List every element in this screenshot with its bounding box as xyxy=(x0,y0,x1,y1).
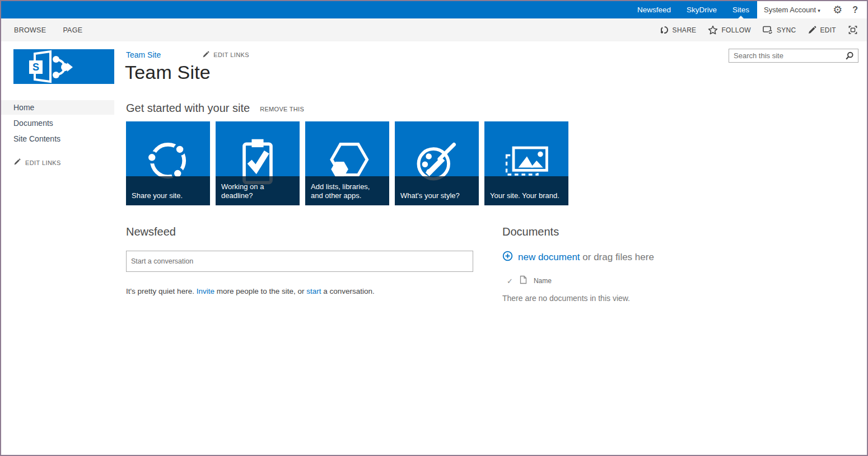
sidebar-item-site-contents[interactable]: Site Contents xyxy=(1,131,114,146)
breadcrumb-team-site-link[interactable]: Team Site xyxy=(126,50,161,59)
new-document-link[interactable]: new document xyxy=(518,252,580,262)
follow-label: FOLLOW xyxy=(721,26,750,34)
pencil-icon xyxy=(13,158,21,167)
help-icon[interactable]: ? xyxy=(849,5,861,15)
tile-caption: Add lists, libraries, and other apps. xyxy=(305,176,389,205)
sync-button[interactable]: SYNC xyxy=(763,26,796,35)
top-edit-links[interactable]: EDIT LINKS xyxy=(202,51,249,59)
ribbon-tabs: BROWSE PAGE xyxy=(1,26,82,34)
suite-bar: Newsfeed SkyDrive Sites System Account▾ … xyxy=(1,1,867,18)
documents-empty-message: There are no documents in this view. xyxy=(502,294,771,303)
share-button[interactable]: SHARE xyxy=(660,25,697,35)
tab-page[interactable]: PAGE xyxy=(63,26,82,34)
suite-link-skydrive[interactable]: SkyDrive xyxy=(679,1,725,18)
tile-apps-label: Add lists, libraries, and other apps. xyxy=(311,182,384,200)
search-icon[interactable] xyxy=(844,51,858,60)
browser-window: Newsfeed SkyDrive Sites System Account▾ … xyxy=(0,0,868,456)
sync-icon xyxy=(763,26,773,35)
getting-started-title: Get started with your site xyxy=(126,102,250,115)
share-label: SHARE xyxy=(673,26,697,34)
invite-link[interactable]: Invite xyxy=(197,287,214,295)
sidebar-item-home-label: Home xyxy=(13,103,34,112)
ribbon-actions: SHARE FOLLOW SYNC EDIT xyxy=(660,25,867,35)
suite-link-newsfeed-label: Newsfeed xyxy=(637,6,671,14)
sidebar-item-site-contents-label: Site Contents xyxy=(13,134,60,143)
remove-this-link[interactable]: REMOVE THIS xyxy=(260,106,304,112)
pencil-icon xyxy=(202,51,209,59)
tile-share-your-site[interactable]: Share your site. xyxy=(126,121,210,205)
quiet-text-1: It's pretty quiet here. xyxy=(126,287,197,295)
sync-label: SYNC xyxy=(777,26,796,34)
breadcrumb: Team Site EDIT LINKS xyxy=(126,50,249,59)
start-conversation-input[interactable] xyxy=(127,251,473,271)
suite-bar-spacer xyxy=(1,1,629,18)
edit-button[interactable]: EDIT xyxy=(808,26,836,35)
account-label: System Account xyxy=(764,6,816,14)
gear-icon[interactable]: ⚙ xyxy=(830,4,847,15)
follow-button[interactable]: FOLLOW xyxy=(708,25,750,35)
sidebar-item-documents[interactable]: Documents xyxy=(1,116,114,130)
quiet-text-3: a conversation. xyxy=(321,287,375,295)
circle-plus-icon[interactable] xyxy=(502,251,513,264)
select-all-checkmark-icon[interactable]: ✓ xyxy=(507,277,513,285)
tile-style-label: What's your style? xyxy=(400,191,460,200)
chevron-down-icon: ▾ xyxy=(818,8,820,13)
svg-text:S: S xyxy=(32,62,39,73)
getting-started-tiles: Share your site. Working on a deadline? … xyxy=(126,121,568,205)
sidebar-nav: Home Documents Site Contents EDIT LINKS xyxy=(1,100,114,167)
conversation-box xyxy=(126,251,473,272)
tile-add-apps[interactable]: Add lists, libraries, and other apps. xyxy=(305,121,389,205)
sidebar-edit-links-label: EDIT LINKS xyxy=(25,159,61,166)
edit-label: EDIT xyxy=(820,26,836,34)
sharepoint-logo[interactable]: S xyxy=(13,49,114,84)
document-type-icon[interactable] xyxy=(520,275,527,286)
quiet-text-2: more people to the site, or xyxy=(214,287,306,295)
tile-brand-label: Your site. Your brand. xyxy=(490,191,559,200)
tile-working-on-deadline[interactable]: Working on a deadline? xyxy=(216,121,300,205)
account-menu[interactable]: System Account▾ xyxy=(764,6,828,14)
newsfeed-webpart: Newsfeed It's pretty quiet here. Invite … xyxy=(126,225,473,295)
focus-mode-button[interactable] xyxy=(848,25,858,35)
documents-title: Documents xyxy=(502,225,771,238)
search-box xyxy=(729,49,858,63)
ribbon-bar: BROWSE PAGE SHARE FOLLOW SYNC EDIT xyxy=(1,18,867,41)
documents-webpart: Documents new document or drag files her… xyxy=(502,225,771,303)
pencil-icon xyxy=(808,26,816,35)
tile-caption: Working on a deadline? xyxy=(216,176,300,205)
tab-browse[interactable]: BROWSE xyxy=(14,26,46,34)
sidebar-item-home[interactable]: Home xyxy=(1,100,114,115)
new-document-row: new document or drag files here xyxy=(502,251,771,264)
tile-caption: What's your style? xyxy=(395,176,479,205)
page-title: Team Site xyxy=(125,62,211,83)
top-edit-links-label: EDIT LINKS xyxy=(213,51,249,58)
search-input[interactable] xyxy=(729,51,844,60)
tile-your-site-your-brand[interactable]: Your site. Your brand. xyxy=(484,121,568,205)
tile-caption: Your site. Your brand. xyxy=(484,176,568,205)
tile-deadline-label: Working on a deadline? xyxy=(221,182,294,200)
suite-bar-right: System Account▾ ⚙ ? xyxy=(757,1,867,18)
newsfeed-empty-message: It's pretty quiet here. Invite more peop… xyxy=(126,287,473,295)
focus-mode-icon xyxy=(848,25,858,35)
tile-share-label: Share your site. xyxy=(132,191,183,200)
suite-link-sites-label: Sites xyxy=(732,6,749,14)
tile-whats-your-style[interactable]: What's your style? xyxy=(395,121,479,205)
start-conversation-link[interactable]: start xyxy=(306,287,321,295)
share-icon xyxy=(660,25,669,35)
getting-started-header: Get started with your site REMOVE THIS xyxy=(126,102,304,115)
sidebar-edit-links[interactable]: EDIT LINKS xyxy=(13,158,114,167)
name-column-header[interactable]: Name xyxy=(534,277,552,285)
suite-link-skydrive-label: SkyDrive xyxy=(687,6,717,14)
suite-link-sites[interactable]: Sites xyxy=(725,1,757,18)
suite-links: Newsfeed SkyDrive Sites xyxy=(629,1,757,18)
suite-link-newsfeed[interactable]: Newsfeed xyxy=(629,1,679,18)
drag-files-text: or drag files here xyxy=(580,252,654,262)
star-icon xyxy=(708,25,718,35)
sidebar-item-documents-label: Documents xyxy=(13,119,53,128)
newsfeed-title: Newsfeed xyxy=(126,225,473,238)
documents-list-header: ✓ Name xyxy=(502,275,771,286)
tile-caption: Share your site. xyxy=(126,176,210,205)
